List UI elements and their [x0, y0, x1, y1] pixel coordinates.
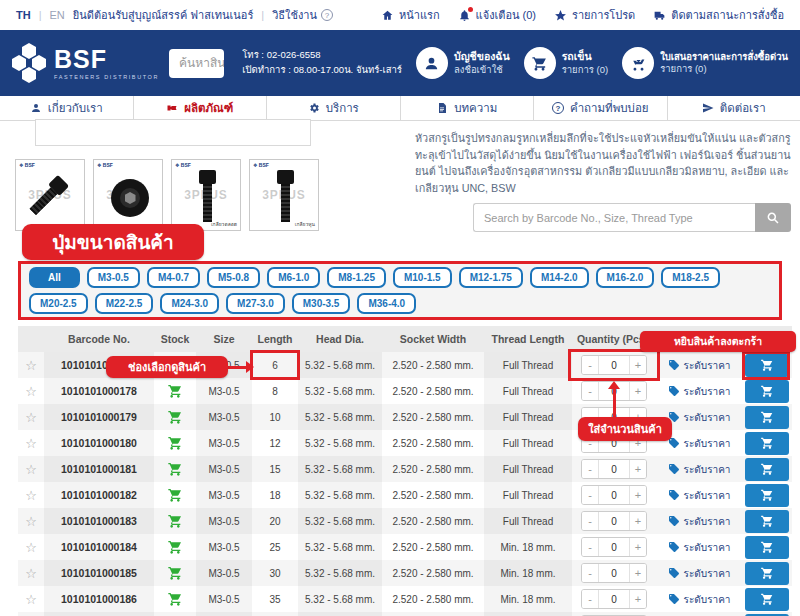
add-to-cart-button[interactable] — [745, 406, 789, 429]
qty-plus-button[interactable]: + — [629, 590, 646, 608]
price-tier-link[interactable]: ระดับราคา — [668, 462, 731, 477]
qty-minus-button[interactable]: - — [582, 564, 599, 582]
favorite-star-icon[interactable]: ☆ — [25, 385, 37, 398]
size-filter-m8-1.25[interactable]: M8-1.25 — [327, 267, 386, 288]
qty-minus-button[interactable]: - — [582, 590, 599, 608]
size-filter-m20-2.5[interactable]: M20-2.5 — [29, 293, 88, 314]
qty-value[interactable]: 0 — [599, 512, 629, 530]
add-to-cart-button[interactable] — [745, 484, 789, 507]
add-to-cart-button[interactable] — [745, 458, 789, 481]
favorite-star-icon[interactable]: ☆ — [25, 359, 37, 372]
size-filter-m27-3.0[interactable]: M27-3.0 — [226, 293, 285, 314]
qty-plus-button[interactable]: + — [629, 564, 646, 582]
size-filter-m36-4.0[interactable]: M36-4.0 — [357, 293, 416, 314]
qty-value[interactable]: 0 — [599, 486, 629, 504]
product-thumbnail-2[interactable]: ❖ BSF3PLUS — [93, 159, 163, 231]
add-to-cart-button[interactable] — [745, 588, 789, 611]
qty-minus-button[interactable]: - — [582, 356, 599, 374]
favorites-link[interactable]: รายการโปรด — [554, 6, 635, 24]
product-thumbnail-3[interactable]: ❖ BSF3PLUSเกลียวตลอด — [171, 159, 241, 231]
bsf-logo[interactable]: BSF FASTENERS DISTRIBUTOR — [12, 42, 159, 84]
qty-minus-button[interactable]: - — [582, 512, 599, 530]
qty-plus-button[interactable]: + — [629, 460, 646, 478]
column-header-1: Barcode No. — [44, 326, 154, 352]
price-tier-link[interactable]: ระดับราคา — [668, 410, 731, 425]
product-thumbnail-1[interactable]: ❖ BSF3PLUS — [15, 159, 85, 231]
favorite-star-icon[interactable]: ☆ — [25, 411, 37, 424]
qty-plus-button[interactable]: + — [629, 486, 646, 504]
qty-value[interactable]: 0 — [599, 460, 629, 478]
size-filter-m22-2.5[interactable]: M22-2.5 — [95, 293, 154, 314]
product-search-input[interactable] — [169, 49, 224, 78]
price-tier-link[interactable]: ระดับราคา — [668, 384, 731, 399]
size-cell: M3-0.5 — [208, 438, 239, 449]
qty-value[interactable]: 0 — [599, 538, 629, 556]
product-thumbnail-4[interactable]: ❖ BSF3PLUSเกลียวหุน — [249, 159, 319, 231]
size-filter-m4-0.7[interactable]: M4-0.7 — [147, 267, 200, 288]
qty-value[interactable]: 0 — [599, 590, 629, 608]
language-th[interactable]: TH — [16, 9, 31, 21]
favorite-star-icon[interactable]: ☆ — [25, 463, 37, 476]
price-tier-link[interactable]: ระดับราคา — [668, 488, 731, 503]
barcode-search-input[interactable] — [473, 203, 755, 232]
qty-value[interactable]: 0 — [599, 356, 629, 374]
qty-plus-button[interactable]: + — [629, 538, 646, 556]
add-to-cart-button[interactable] — [745, 354, 789, 377]
size-filter-all[interactable]: All — [29, 267, 80, 288]
size-filter-m6-1.0[interactable]: M6-1.0 — [267, 267, 320, 288]
nav-about[interactable]: เกี่ยวกับเรา — [0, 96, 134, 120]
nav-services[interactable]: บริการ — [267, 96, 401, 120]
size-filter-m12-1.75[interactable]: M12-1.75 — [459, 267, 523, 288]
size-filter-m5-0.8[interactable]: M5-0.8 — [207, 267, 260, 288]
add-to-cart-button[interactable] — [745, 510, 789, 533]
qty-minus-button[interactable]: - — [582, 486, 599, 504]
size-filter-m24-3.0[interactable]: M24-3.0 — [160, 293, 219, 314]
favorite-star-icon[interactable]: ☆ — [25, 541, 37, 554]
price-tier-link[interactable]: ระดับราคา — [668, 592, 731, 607]
favorite-star-icon[interactable]: ☆ — [25, 515, 37, 528]
qty-value[interactable]: 0 — [599, 564, 629, 582]
price-tier-link[interactable]: ระดับราคา — [668, 514, 731, 529]
nav-faq[interactable]: ? คำถามที่พบบ่อย — [534, 96, 668, 120]
nav-articles[interactable]: บทความ — [401, 96, 535, 120]
favorite-star-icon[interactable]: ☆ — [25, 593, 37, 606]
notifications-link[interactable]: แจ้งเตือน (0) — [458, 6, 536, 24]
nav-products[interactable]: ผลิตภัณฑ์ — [134, 96, 268, 120]
price-tier-link[interactable]: ระดับราคา — [668, 540, 731, 555]
qty-plus-button[interactable]: + — [629, 356, 646, 374]
size-filter-m30-3.5[interactable]: M30-3.5 — [292, 293, 351, 314]
size-filter-m3-0.5[interactable]: M3-0.5 — [87, 267, 140, 288]
price-tag-icon — [668, 489, 680, 501]
price-tier-link[interactable]: ระดับราคา — [668, 358, 731, 373]
order-tracking-link[interactable]: ติดตามสถานะการสั่งซื้อ — [653, 6, 784, 24]
add-to-cart-button[interactable] — [745, 536, 789, 559]
head-dia-cell: 5.32 - 5.68 mm. — [305, 594, 375, 605]
price-tier-link[interactable]: ระดับราคา — [668, 436, 731, 451]
cart-menu[interactable]: รถเข็น รายการ (0) — [524, 47, 608, 79]
language-en[interactable]: EN — [50, 9, 65, 21]
add-to-cart-button[interactable] — [745, 562, 789, 585]
price-tier-link[interactable]: ระดับราคา — [668, 566, 731, 581]
size-filter-m16-2.0[interactable]: M16-2.0 — [596, 267, 655, 288]
add-to-cart-button[interactable] — [745, 380, 789, 403]
product-search — [169, 49, 224, 78]
add-to-cart-button[interactable] — [745, 432, 789, 455]
qty-plus-button[interactable]: + — [629, 382, 646, 400]
favorite-star-icon[interactable]: ☆ — [25, 437, 37, 450]
qty-minus-button[interactable]: - — [582, 460, 599, 478]
home-link[interactable]: หน้าแรก — [381, 6, 440, 24]
nav-contact[interactable]: ติดต่อเรา — [668, 96, 800, 120]
qty-minus-button[interactable]: - — [582, 382, 599, 400]
quote-menu[interactable]: ใบเสนอราคาและการสั่งซื้อด่วน รายการ (0) — [622, 47, 788, 79]
barcode-search-button[interactable] — [755, 203, 791, 232]
socket-width-cell: 2.520 - 2.580 mm. — [392, 594, 473, 605]
favorite-star-icon[interactable]: ☆ — [25, 567, 37, 580]
size-filter-m18-2.5[interactable]: M18-2.5 — [661, 267, 720, 288]
qty-plus-button[interactable]: + — [629, 512, 646, 530]
qty-minus-button[interactable]: - — [582, 538, 599, 556]
size-filter-m14-2.0[interactable]: M14-2.0 — [530, 267, 589, 288]
favorite-star-icon[interactable]: ☆ — [25, 489, 37, 502]
how-to-use-link[interactable]: วิธีใช้งาน ? — [272, 6, 333, 24]
size-filter-m10-1.5[interactable]: M10-1.5 — [393, 267, 452, 288]
account-menu[interactable]: บัญชีของฉัน ลงชื่อเข้าใช้ — [416, 47, 510, 79]
